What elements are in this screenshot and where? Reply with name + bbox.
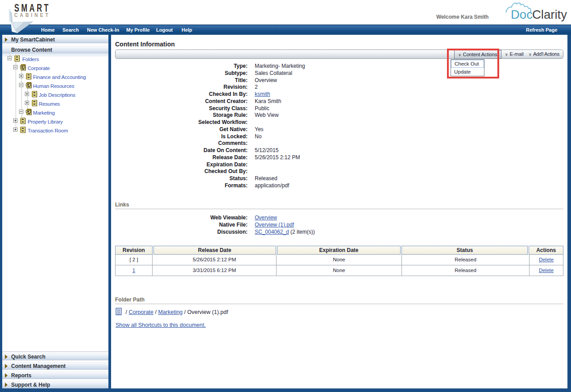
svg-text:Clarity: Clarity [532,8,567,21]
svg-text:Doc: Doc [511,8,533,21]
